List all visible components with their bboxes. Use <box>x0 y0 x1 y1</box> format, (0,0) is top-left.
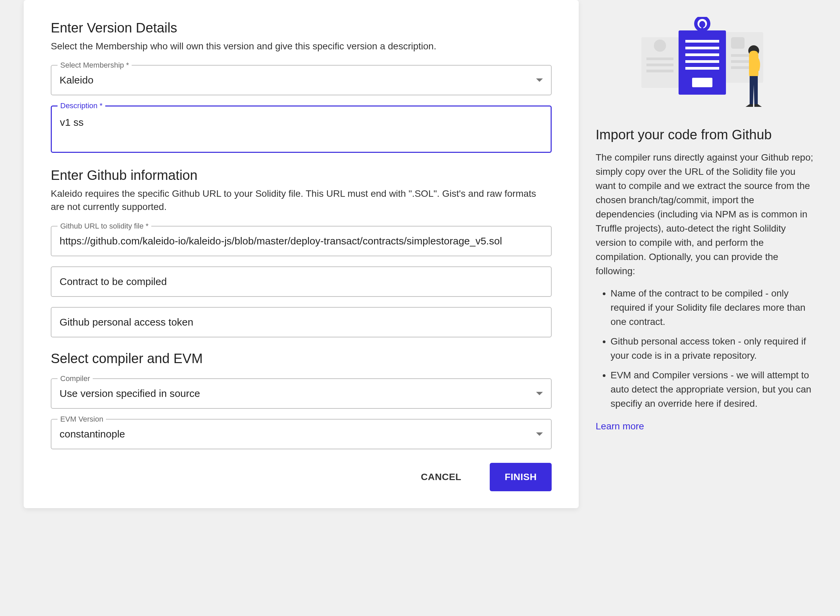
select-evm-value: constantinople <box>60 428 125 440</box>
field-evm: EVM Version constantinople <box>51 419 552 449</box>
field-membership: Select Membership * Kaleido <box>51 65 552 95</box>
side-panel: Import your code from Github The compile… <box>579 0 836 508</box>
label-github-url: Github URL to solidity file * <box>57 222 151 230</box>
input-token[interactable] <box>51 307 552 337</box>
section-compiler-heading: Select compiler and EVM <box>51 351 552 366</box>
select-membership-value: Kaleido <box>60 74 93 86</box>
svg-rect-6 <box>731 37 744 49</box>
chevron-down-icon <box>536 78 543 82</box>
github-illustration-icon <box>634 17 777 115</box>
side-title: Import your code from Github <box>596 127 816 142</box>
field-github-url: Github URL to solidity file * <box>51 226 552 256</box>
side-paragraph: The compiler runs directly against your … <box>596 150 816 278</box>
field-compiler: Compiler Use version specified in source <box>51 378 552 409</box>
form-card: Enter Version Details Select the Members… <box>24 0 579 508</box>
finish-button[interactable]: FINISH <box>490 463 552 491</box>
svg-rect-16 <box>692 78 712 87</box>
label-membership: Select Membership * <box>57 61 132 70</box>
section-github: Enter Github information Kaleido require… <box>51 168 552 337</box>
svg-rect-15 <box>686 67 719 70</box>
svg-point-1 <box>654 40 666 52</box>
side-bullet: Name of the contract to be compiled - on… <box>611 286 816 329</box>
section-version: Enter Version Details Select the Members… <box>51 20 552 154</box>
input-contract[interactable] <box>51 266 552 297</box>
svg-rect-14 <box>686 60 719 63</box>
field-description: Description * <box>51 106 552 154</box>
side-bullet-list: Name of the contract to be compiled - on… <box>596 286 816 411</box>
field-contract <box>51 266 552 297</box>
chevron-down-icon <box>536 392 543 395</box>
svg-rect-20 <box>701 26 703 28</box>
field-token <box>51 307 552 337</box>
section-github-subhead: Kaleido requires the specific Github URL… <box>51 187 552 213</box>
cancel-button[interactable]: CANCEL <box>406 463 477 491</box>
input-description[interactable] <box>51 106 552 153</box>
section-version-heading: Enter Version Details <box>51 20 552 35</box>
select-compiler-value: Use version specified in source <box>60 388 200 399</box>
section-version-subhead: Select the Membership who will own this … <box>51 40 552 53</box>
side-bullet: Github personal access token - only requ… <box>611 334 816 363</box>
side-bullet: EVM and Compiler versions - we will atte… <box>611 368 816 411</box>
label-compiler: Compiler <box>57 374 93 383</box>
svg-rect-11 <box>686 40 719 43</box>
page-container: Enter Version Details Select the Members… <box>0 0 840 515</box>
svg-rect-12 <box>686 47 719 49</box>
select-compiler[interactable]: Use version specified in source <box>51 378 552 409</box>
illustration <box>596 17 816 115</box>
form-actions: CANCEL FINISH <box>51 463 552 491</box>
svg-rect-4 <box>646 70 674 72</box>
svg-rect-3 <box>646 63 674 66</box>
chevron-down-icon <box>536 433 543 436</box>
select-evm[interactable]: constantinople <box>51 419 552 449</box>
section-github-heading: Enter Github information <box>51 168 552 183</box>
section-compiler: Select compiler and EVM Compiler Use ver… <box>51 351 552 449</box>
label-evm: EVM Version <box>57 415 106 424</box>
label-description: Description * <box>57 101 105 110</box>
learn-more-link[interactable]: Learn more <box>596 421 644 431</box>
svg-rect-13 <box>686 53 719 56</box>
svg-rect-2 <box>646 57 674 60</box>
